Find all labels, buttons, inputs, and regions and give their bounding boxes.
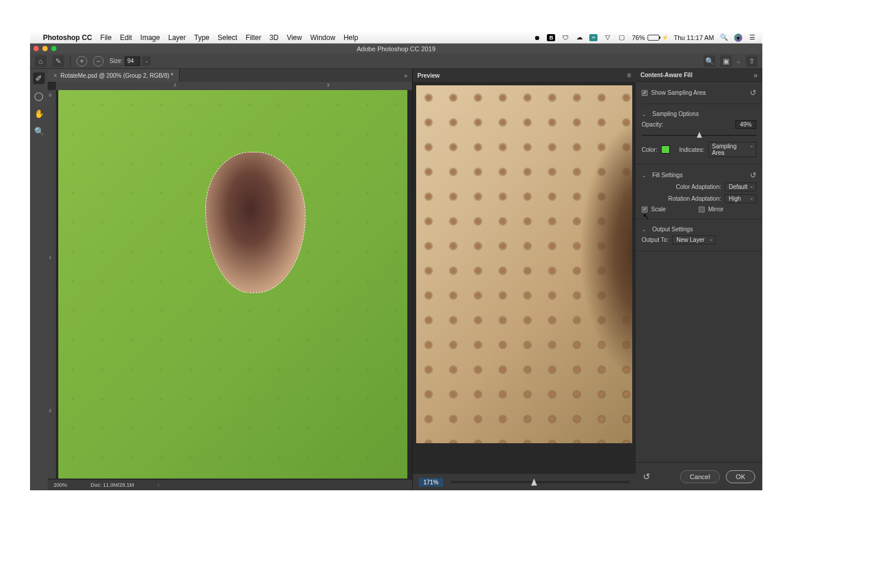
siri-icon[interactable]: ● xyxy=(734,34,742,42)
scale-checkbox[interactable]: ✓ xyxy=(642,207,648,212)
preview-image[interactable] xyxy=(416,85,632,443)
spotlight-icon[interactable]: 🔍 xyxy=(720,34,728,42)
output-to-dropdown[interactable]: New Layer xyxy=(672,235,716,244)
brush-tool-icon[interactable]: ✎ xyxy=(52,55,64,67)
battery-indicator[interactable]: 76% ⚡ xyxy=(632,34,668,41)
cloud-icon[interactable]: ☁ xyxy=(575,34,583,42)
menu-file[interactable]: File xyxy=(100,34,111,42)
brush-size-label: Size: xyxy=(109,58,122,64)
brush-add-button[interactable]: + xyxy=(77,56,87,67)
content-aware-fill-panel: Content-Aware Fill » ✓ Show Sampling Are… xyxy=(636,69,762,490)
document-area: × RotateMe.psd @ 200% (Group 2, RGB/8) *… xyxy=(48,69,412,490)
brush-subtract-button[interactable]: − xyxy=(93,56,104,67)
slider-thumb[interactable] xyxy=(531,479,537,486)
hand-tool-icon[interactable]: ✋ xyxy=(33,108,45,119)
menu-image[interactable]: Image xyxy=(140,34,160,42)
status-arrow-icon[interactable]: › xyxy=(158,482,160,488)
status-bar: 200% Doc: 11.0M/28.1M › xyxy=(48,480,412,490)
output-settings-header[interactable]: Output Settings xyxy=(652,226,693,232)
tab-overflow-icon[interactable]: » xyxy=(399,72,412,79)
document-tab[interactable]: × RotateMe.psd @ 200% (Group 2, RGB/8) * xyxy=(48,69,180,82)
wifi-icon[interactable]: ▽ xyxy=(603,34,612,42)
menu-filter[interactable]: Filter xyxy=(245,34,261,42)
caf-title: Content-Aware Fill xyxy=(640,72,692,78)
preview-zoom-slider[interactable] xyxy=(450,481,630,483)
rotation-adapt-dropdown[interactable]: High xyxy=(725,194,756,203)
preview-zoom-value[interactable]: 171% xyxy=(419,478,443,487)
scale-label: Scale xyxy=(651,206,666,212)
brush-size-input[interactable] xyxy=(125,57,140,66)
color-label: Color: xyxy=(642,147,658,153)
menu-view[interactable]: View xyxy=(287,34,302,42)
frame-button[interactable]: ▣ xyxy=(720,55,732,67)
cc-icon[interactable]: ∞ xyxy=(589,34,597,41)
chevron-down-icon[interactable]: ⌄ xyxy=(642,227,646,232)
airplay-icon[interactable]: ▢ xyxy=(618,34,626,42)
panel-overflow-icon[interactable]: » xyxy=(753,71,758,79)
status-docsize[interactable]: Doc: 11.0M/28.1M xyxy=(91,482,134,488)
opacity-value[interactable]: 49% xyxy=(735,120,756,129)
share-button[interactable]: ⇧ xyxy=(746,55,758,67)
chevron-down-icon[interactable]: ⌄ xyxy=(642,111,646,117)
ruler-tick: 2 xyxy=(49,408,51,413)
menubar-clock[interactable]: Thu 11:17 AM xyxy=(674,34,715,41)
document-tabs: × RotateMe.psd @ 200% (Group 2, RGB/8) *… xyxy=(48,69,412,82)
ruler-tick: 0 xyxy=(49,92,51,98)
color-adapt-dropdown[interactable]: Default xyxy=(725,182,756,191)
screenrec-icon[interactable]: ⏺ xyxy=(533,34,541,42)
ruler-vertical[interactable]: 0 1 2 xyxy=(48,90,56,479)
brush-tool-icon[interactable]: ✐ xyxy=(33,72,45,84)
menu-3d[interactable]: 3D xyxy=(270,34,278,42)
ruler-tick: 1 xyxy=(49,255,51,260)
preview-tab[interactable]: Preview xyxy=(417,72,440,79)
search-button[interactable]: 🔍 xyxy=(703,55,715,67)
opacity-label: Opacity: xyxy=(642,121,663,128)
show-sampling-checkbox[interactable]: ✓ xyxy=(642,90,648,96)
window-titlebar: Adobe Photoshop CC 2019 xyxy=(30,44,762,54)
ok-button[interactable]: OK xyxy=(726,470,755,483)
sampling-color-swatch[interactable] xyxy=(661,145,670,154)
chevron-down-icon[interactable]: ⌄ xyxy=(642,172,646,178)
mirror-checkbox[interactable] xyxy=(699,207,705,212)
canvas[interactable] xyxy=(58,90,407,479)
reset-sampling-icon[interactable]: ↺ xyxy=(750,88,756,97)
lasso-tool-icon[interactable]: ◯ xyxy=(33,90,45,102)
show-sampling-label: Show Sampling Area xyxy=(651,89,706,96)
reset-all-icon[interactable]: ↺ xyxy=(643,471,650,482)
status-b-icon[interactable]: B xyxy=(547,34,555,41)
shield-icon[interactable]: 🛡 xyxy=(561,34,569,42)
ruler-horizontal[interactable]: 2 3 xyxy=(56,82,412,90)
charging-icon: ⚡ xyxy=(662,35,668,41)
menu-window[interactable]: Window xyxy=(310,34,336,42)
close-tab-icon[interactable]: × xyxy=(54,72,57,79)
cancel-button[interactable]: Cancel xyxy=(680,470,720,483)
brush-size-dropdown[interactable]: ⌄ xyxy=(142,57,151,66)
menu-select[interactable]: Select xyxy=(218,34,237,42)
menu-layer[interactable]: Layer xyxy=(168,34,186,42)
panel-menu-icon[interactable]: ≡ xyxy=(627,71,631,79)
home-button[interactable]: ⌂ xyxy=(35,55,47,67)
toolbox: ✐ ◯ ✋ 🔍 xyxy=(30,69,48,490)
app-name[interactable]: Photoshop CC xyxy=(43,34,92,42)
fill-settings-header[interactable]: Fill Settings xyxy=(652,172,683,178)
rotation-adapt-label: Rotation Adaptation: xyxy=(668,195,721,202)
ruler-tick: 2 xyxy=(174,82,176,88)
sampling-options-header[interactable]: Sampling Options xyxy=(652,111,699,117)
indicates-dropdown[interactable]: Sampling Area xyxy=(708,142,756,157)
battery-icon xyxy=(648,35,659,41)
mac-menubar: Photoshop CC File Edit Image Layer Type … xyxy=(30,32,762,44)
frame-dropdown-icon[interactable]: ⌄ xyxy=(736,58,741,64)
status-zoom[interactable]: 200% xyxy=(54,482,67,488)
source-image xyxy=(58,90,407,479)
document-tab-title: RotateMe.psd @ 200% (Group 2, RGB/8) * xyxy=(61,72,173,79)
options-bar: ⌂ ✎ + − Size: ⌄ 🔍 ▣ ⌄ ⇧ xyxy=(30,54,762,69)
menu-type[interactable]: Type xyxy=(194,34,210,42)
menu-help[interactable]: Help xyxy=(344,34,358,42)
menu-edit[interactable]: Edit xyxy=(120,34,132,42)
opacity-slider[interactable] xyxy=(642,132,756,139)
mirror-label: Mirror xyxy=(708,206,723,212)
indicates-label: Indicates: xyxy=(679,147,705,153)
reset-fill-icon[interactable]: ↺ xyxy=(750,171,756,180)
zoom-tool-icon[interactable]: 🔍 xyxy=(33,125,45,137)
notification-center-icon[interactable]: ☰ xyxy=(748,34,756,42)
